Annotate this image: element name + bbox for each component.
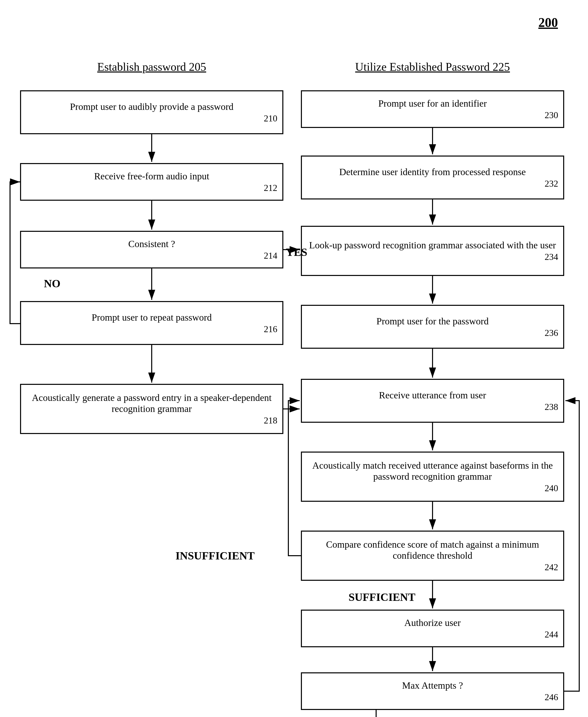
- insufficient-label: INSUFFICIENT: [175, 549, 254, 562]
- no-label-214: NO: [44, 277, 60, 290]
- box-214: Consistent ? 214: [20, 231, 284, 268]
- box-242: Compare confidence score of match agains…: [301, 531, 564, 581]
- left-section-header: Establish password 205: [20, 60, 284, 74]
- box-232: Determine user identity from processed r…: [301, 156, 564, 200]
- box-218: Acoustically generate a password entry i…: [20, 384, 284, 434]
- right-section-header: Utilize Established Password 225: [301, 60, 564, 74]
- sufficient-label: SUFFICIENT: [349, 591, 416, 603]
- box-230: Prompt user for an identifier 230: [301, 90, 564, 128]
- box-216: Prompt user to repeat password 216: [20, 301, 284, 345]
- yes-label-214: YES: [286, 246, 308, 259]
- box-212: Receive free-form audio input 212: [20, 163, 284, 201]
- box-210: Prompt user to audibly provide a passwor…: [20, 90, 284, 134]
- box-244: Authorize user 244: [301, 610, 564, 647]
- box-238: Receive utterance from user 238: [301, 379, 564, 423]
- page-number: 200: [538, 15, 558, 30]
- box-234: Look-up password recognition grammar ass…: [301, 226, 564, 276]
- box-240: Acoustically match received utterance ag…: [301, 452, 564, 502]
- box-246: Max Attempts ? 246: [301, 672, 564, 710]
- box-236: Prompt user for the password 236: [301, 305, 564, 349]
